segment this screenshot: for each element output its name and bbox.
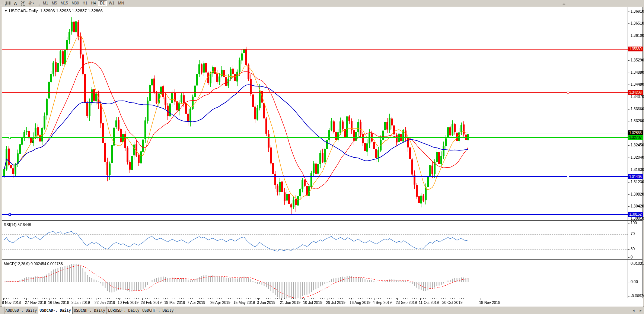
chart-tab-usdcad[interactable]: USDCAD-, Daily <box>38 307 73 314</box>
timeframe-button-mn[interactable]: MN <box>116 0 126 6</box>
arrows-tool-button[interactable]: ⇅ ▾ <box>27 0 35 6</box>
price-level-badge: 1.31405 <box>628 174 643 179</box>
time-axis-label: 7 Apr 2019 <box>187 301 205 305</box>
indicator-tick-label: 0.00 <box>631 280 638 284</box>
indicator-tick-label: 0 <box>631 255 633 259</box>
indicator-tick <box>628 296 629 296</box>
time-axis-label: 3 Jun 2019 <box>257 301 275 305</box>
price-tick <box>628 121 629 121</box>
timeframe-button-w1[interactable]: W1 <box>107 0 116 6</box>
timeframe-button-m30[interactable]: M30 <box>70 0 81 6</box>
time-axis[interactable]: 8 Nov 201827 Nov 201816 Dec 20183 Jan 20… <box>2 298 643 307</box>
level-anchor-1.30152[interactable] <box>9 213 11 216</box>
chevron-down-icon: ▾ <box>32 1 34 5</box>
time-axis-label: 11 Oct 2019 <box>419 301 439 305</box>
price-tick-label: 1.34880 <box>631 70 644 74</box>
text-tool-button[interactable]: A <box>12 0 19 6</box>
price-tick-label: 1.31630 <box>631 168 644 172</box>
time-axis-label: 27 Nov 2018 <box>25 301 46 305</box>
price-tick-label: 1.33260 <box>631 119 644 123</box>
price-tick-label: 1.31230 <box>631 180 644 184</box>
timeframe-button-h1[interactable]: H1 <box>81 0 89 6</box>
price-tick <box>628 182 629 183</box>
indicator-tick <box>628 249 629 250</box>
level-anchor-1.32707[interactable] <box>9 137 11 139</box>
price-tick-label: 1.32450 <box>631 143 644 147</box>
timeframe-button-m5[interactable]: M5 <box>50 0 59 6</box>
toolbar-overflow-marker <box>562 3 565 5</box>
time-axis-label: 4 Sep 2019 <box>373 301 392 305</box>
chart-tabs: AUDUSD-, DailyUSDCAD-, DailyUSDCNH-, Dai… <box>0 307 175 314</box>
time-axis-label: 19 Mar 2019 <box>164 301 185 305</box>
chart-tab-usdchf[interactable]: USDCHF-, Daily <box>141 307 175 314</box>
time-axis-label: 10 Jul 2019 <box>303 301 322 305</box>
timeframe-button-h4[interactable]: H4 <box>89 0 98 6</box>
price-tick <box>628 145 629 146</box>
scroll-left-icon[interactable]: ◂ <box>632 308 635 313</box>
price-level-badge: 1.30152 <box>628 212 643 217</box>
indicator-tick <box>628 257 629 258</box>
timeframe-button-group: M1M5M15M30H1H4D1W1MN <box>41 0 126 6</box>
indicator-tick <box>628 282 629 282</box>
mt4-terminal: { "toolbar": { "tools": [ { "name": "fib… <box>0 0 644 314</box>
chart-menu-icon[interactable]: ▼ <box>4 9 7 13</box>
text-icon: A <box>14 1 17 6</box>
pane-separator-rsi[interactable] <box>2 220 643 221</box>
time-axis-label: 26 Apr 2019 <box>210 301 230 305</box>
price-tick <box>628 73 629 73</box>
price-tick <box>628 109 629 110</box>
level-line-1.34206[interactable] <box>2 92 628 93</box>
price-tick-label: 1.35290 <box>631 58 644 62</box>
chart-tab-usdcnh[interactable]: USDCNH-, Daily <box>73 307 107 314</box>
level-line-1.35660[interactable] <box>2 49 628 50</box>
fibonacci-tool-button[interactable]: F <box>4 0 12 6</box>
chart-tab-eurusd[interactable]: EURUSD-, Daily <box>107 307 141 314</box>
time-axis-label: 10 Feb 2019 <box>118 301 138 305</box>
toolbar-grip[interactable] <box>1 1 3 6</box>
time-axis-label: 22 Jan 2019 <box>95 301 115 305</box>
rsi-level-gridline <box>2 234 628 235</box>
timeframe-button-m15[interactable]: M15 <box>59 0 70 6</box>
down-arrow-annotation[interactable]: ↓ <box>32 139 34 143</box>
toolbar: F A T ⇅ ▾ M1M5M15M30H1H4D1W1MN <box>0 0 644 6</box>
price-tick-label: 1.36100 <box>631 34 644 38</box>
chart-symbol-period: USDCAD-,Daily <box>9 9 38 13</box>
price-level-badge: 1.34206 <box>628 90 643 95</box>
indicator-tick <box>628 234 629 234</box>
timeframe-button-d1[interactable]: D1 <box>98 0 107 6</box>
indicator-tick-label: 100 <box>631 221 637 225</box>
rsi-indicator-label: RSI(14) 57.6448 <box>4 223 31 227</box>
level-line-1.32707[interactable] <box>2 137 628 138</box>
time-axis-label: 28 Feb 2019 <box>141 301 162 305</box>
time-axis-label: 16 Aug 2019 <box>350 301 370 305</box>
price-tick <box>628 170 629 170</box>
price-tick <box>628 85 629 85</box>
chart-tab-bar: AUDUSD-, DailyUSDCAD-, DailyUSDCNH-, Dai… <box>0 306 644 314</box>
text-label-tool-button[interactable]: T <box>19 0 27 6</box>
price-tick-label: 1.30820 <box>631 192 644 196</box>
level-anchor-1.31405[interactable] <box>567 176 569 178</box>
time-axis-label: 30 Oct 2019 <box>442 301 462 305</box>
fibonacci-icon: F <box>5 1 10 5</box>
indicator-tick <box>628 264 629 264</box>
price-tick-label: 1.34070 <box>631 95 644 99</box>
price-tick <box>628 12 629 12</box>
price-tick <box>628 219 629 219</box>
current-price-badge: 1.32866 <box>628 130 643 135</box>
price-tick <box>628 158 629 158</box>
price-chart-canvas[interactable] <box>2 7 643 298</box>
chart-tab-audusd[interactable]: AUDUSD-, Daily <box>4 307 38 314</box>
arrows-icon: ⇅ <box>27 0 33 6</box>
timeframe-button-m1[interactable]: M1 <box>41 0 50 6</box>
indicator-tick-label: 30 <box>631 247 635 251</box>
level-line-1.30152[interactable] <box>2 214 628 215</box>
scroll-right-icon[interactable]: ▸ <box>640 308 642 313</box>
pane-separator-macd[interactable] <box>2 259 643 260</box>
timeframe-toolbar-grip[interactable] <box>38 1 40 6</box>
time-axis-label: 8 Nov 2018 <box>2 301 21 305</box>
price-tick <box>628 23 629 24</box>
level-anchor-1.34206[interactable] <box>567 92 569 94</box>
level-line-1.31405[interactable] <box>2 176 628 177</box>
price-tick-label: 1.36510 <box>631 21 644 25</box>
time-axis-label: 21 Jun 2019 <box>280 301 300 305</box>
